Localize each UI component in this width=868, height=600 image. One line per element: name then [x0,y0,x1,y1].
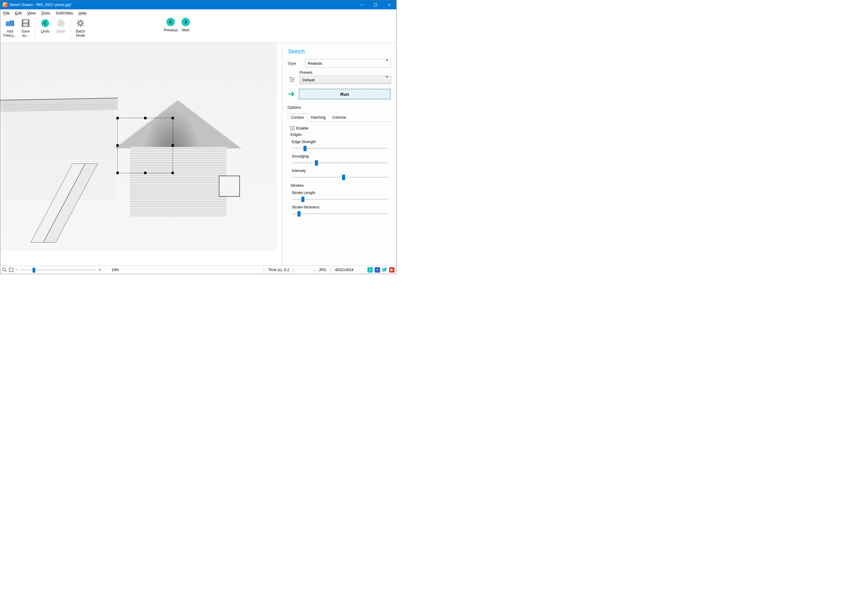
enable-checkbox[interactable]: ✓ Enable [291,126,390,130]
statusbar: − + 19% Time (s): 0.2 JPG 4032x3024 i f … [0,265,396,274]
intensity-slider[interactable] [292,174,388,180]
menu-softorbits[interactable]: SoftOrbits [56,11,73,15]
undo-icon [40,18,50,28]
undo-label: Undo [41,29,50,33]
svg-rect-21 [290,77,291,78]
tab-hatching[interactable]: Hatching [307,114,329,122]
image-dimensions: 4032x3024 [335,268,354,272]
intensity-label: Intensity [292,169,390,173]
menu-view[interactable]: View [27,11,36,15]
stroke-length-slider[interactable] [292,196,388,202]
titlebar: Sketch Drawer - IMG_0912~photo.jpg* [0,0,396,9]
twitter-icon[interactable] [382,267,387,273]
run-label: Run [340,92,349,97]
svg-point-24 [2,268,5,271]
redo-label: Redo [57,29,65,33]
smudging-slider[interactable] [292,160,388,166]
main-area: Sketch Style Realistic Presets Default [0,43,396,265]
selection-handle[interactable] [171,117,174,119]
toolbar-separator [35,19,36,40]
stroke-thickness-label: Stroke thickness [292,205,390,209]
add-files-label: Add File(s)... [2,29,18,38]
add-files-button[interactable]: Add File(s)... [2,18,18,38]
stroke-thickness-slider[interactable] [292,211,388,217]
svg-rect-26 [9,268,13,272]
minimize-button[interactable] [355,0,369,9]
sketch-window [219,176,240,197]
image-format: JPG [319,268,326,272]
redo-button[interactable]: Redo [53,18,69,33]
options-tabs: Contour Hatching Colorize [288,113,391,122]
selection-handle[interactable] [144,117,146,119]
close-button[interactable] [382,0,396,9]
maximize-button[interactable] [369,0,382,9]
zoom-slider[interactable] [20,267,96,273]
svg-rect-6 [23,23,28,27]
svg-line-17 [82,20,83,21]
sketch-slide [52,164,115,243]
save-as-button[interactable]: Save as... [18,18,33,38]
redo-icon [56,18,66,28]
tab-colorize[interactable]: Colorize [329,114,350,122]
selection-handle[interactable] [116,172,119,174]
presets-value: Default [302,78,315,82]
undo-button[interactable]: Undo [37,18,53,33]
svg-rect-22 [292,79,294,80]
next-icon [181,18,190,26]
style-select[interactable]: Realistic [305,59,391,67]
selection-marquee[interactable] [117,118,173,173]
style-value: Realistic [308,61,322,66]
folder-open-icon [5,18,15,28]
menu-edit[interactable]: Edit [15,11,22,15]
svg-rect-23 [291,81,292,82]
selection-handle[interactable] [144,172,146,174]
svg-line-14 [78,20,79,21]
menu-tools[interactable]: Tools [41,11,50,15]
svg-line-25 [5,270,7,272]
zoom-magnifier-icon[interactable] [2,267,7,272]
svg-point-9 [79,21,82,25]
panel-title: Sketch [288,48,391,55]
info-icon[interactable]: i [367,267,373,273]
previous-label: Previous [164,28,178,32]
smudging-label: Smudging [292,154,390,158]
edge-strength-slider[interactable] [292,145,388,151]
svg-rect-1 [374,4,377,6]
facebook-icon[interactable]: f [375,267,380,273]
social-icons: i f ▶ [367,267,395,273]
sliders-icon [288,70,297,83]
chevron-down-icon [386,78,388,82]
next-button[interactable]: Next [181,18,190,32]
previous-button[interactable]: Previous [164,18,178,32]
svg-line-15 [82,25,83,26]
menu-file[interactable]: File [3,11,10,15]
canvas-area [0,43,282,265]
selection-handle[interactable] [116,144,119,147]
strokes-label: Strokes [291,183,390,188]
run-button[interactable]: Run [298,88,391,100]
run-arrow-icon [288,91,296,97]
chevron-down-icon [386,61,388,66]
fit-screen-icon[interactable] [9,267,14,272]
youtube-icon[interactable]: ▶ [389,267,395,273]
selection-handle[interactable] [171,144,174,147]
selection-handle[interactable] [116,117,119,119]
gear-icon [76,18,85,28]
edges-label: Edges [291,132,390,137]
presets-label: Presets [300,70,391,75]
presets-select[interactable]: Default [300,76,391,84]
process-time: Time (s): 0.2 [268,268,289,272]
window-title: Sketch Drawer - IMG_0912~photo.jpg* [9,3,355,7]
save-as-label: Save as... [18,29,33,38]
batch-mode-label: Batch Mode [73,29,88,38]
menu-help[interactable]: Help [78,11,86,15]
zoom-out-button[interactable]: − [15,267,18,273]
tab-contour[interactable]: Contour [288,114,307,122]
image-canvas[interactable] [0,43,277,251]
next-label: Next [182,28,189,32]
tab-contour-body: ✓ Enable Edges Edge Strength Smudging In… [288,125,391,217]
batch-mode-button[interactable]: Batch Mode [73,18,88,38]
selection-handle[interactable] [171,172,174,174]
zoom-in-button[interactable]: + [98,267,101,273]
svg-line-16 [78,25,79,26]
